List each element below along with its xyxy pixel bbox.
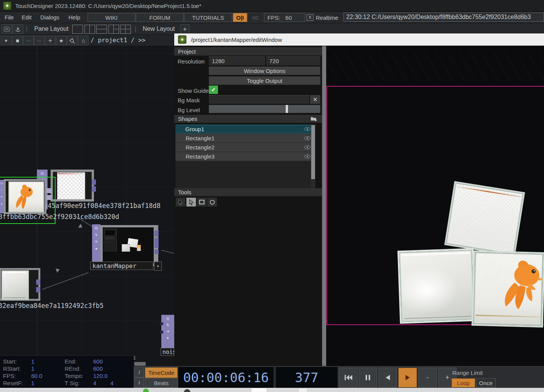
window-options-button[interactable]: Window Options	[209, 67, 320, 75]
visibility-eye-icon[interactable]	[304, 136, 311, 140]
search-network-button[interactable]	[67, 36, 78, 45]
lightning-flag-icon[interactable]: ↯	[166, 323, 169, 327]
node-output-connector[interactable]	[46, 188, 52, 193]
lightning-flag-icon[interactable]: ↯	[95, 233, 98, 237]
tutorials-button[interactable]: TUTORIALS	[184, 13, 232, 22]
resolution-width-field[interactable]: 1280	[209, 56, 265, 65]
node-output-connector[interactable]	[154, 238, 159, 248]
tools-section-header[interactable]: Tools	[174, 188, 325, 196]
frame-i-button[interactable]: I	[134, 378, 144, 388]
tool-edit-points-button[interactable]	[186, 197, 196, 207]
viewer-flag-icon[interactable]: ◎	[0, 181, 3, 185]
skip-to-start-button[interactable]	[339, 368, 358, 387]
node-output-connector[interactable]	[154, 230, 159, 236]
bg-level-slider[interactable]	[209, 105, 320, 113]
node-body[interactable]	[4, 179, 46, 214]
layout-two-columns-button[interactable]	[84, 25, 95, 34]
bypass-flag-icon[interactable]: ●	[1, 202, 2, 206]
timeline-scrubber-handle[interactable]	[134, 362, 146, 366]
play-reverse-button[interactable]	[379, 368, 397, 387]
layout-two-rows-button[interactable]	[96, 25, 107, 34]
fps-field[interactable]: FPS: 60	[264, 13, 305, 22]
add-shape-folder-button[interactable]	[310, 116, 318, 123]
node-label[interactable]: e45af90ee91f084ee378f21baf18d8	[44, 202, 161, 209]
node-output-connector[interactable]	[46, 195, 52, 200]
tool-freeform-button[interactable]	[207, 197, 217, 207]
menu-dialogs[interactable]: Dialogs	[40, 14, 59, 21]
viewer-flag-icon[interactable]: ◎	[166, 317, 170, 321]
tsig-value2[interactable]: 4	[110, 380, 113, 386]
node-add-button[interactable]: ✦	[154, 262, 162, 271]
add-pane-button[interactable]: +	[45, 36, 56, 45]
rstart-value[interactable]: 1	[31, 365, 34, 372]
back-button[interactable]: ⇦	[23, 36, 34, 45]
node-name-field[interactable]: nois	[161, 348, 174, 356]
menu-file[interactable]: File	[5, 14, 14, 21]
show-guide-checkbox[interactable]: ✓	[209, 86, 218, 94]
bg-mask-field[interactable]	[209, 95, 309, 104]
stop-button[interactable]: ■	[12, 36, 23, 45]
speed-down-button[interactable]: -	[418, 368, 437, 387]
toggle-output-button[interactable]: Toggle Output	[209, 76, 320, 85]
node-input-connector[interactable]	[160, 331, 163, 333]
arrow-flag-icon[interactable]: ➜	[166, 330, 169, 333]
node-flagstrip[interactable]: ◎ ↯ ➜ ●	[161, 315, 174, 350]
shape-row-rectangle1[interactable]: Rectangle1	[175, 134, 315, 143]
beats-mode-button[interactable]: Beats	[145, 378, 178, 388]
realtime-checkbox[interactable]: X	[307, 14, 313, 21]
layout-grid-button[interactable]	[120, 25, 131, 34]
menu-edit[interactable]: Edit	[22, 14, 32, 21]
new-layout-add-button[interactable]: +	[180, 24, 189, 34]
visibility-eye-icon[interactable]	[304, 127, 311, 131]
slider-handle[interactable]	[286, 105, 288, 113]
tool-rectangle-button[interactable]	[197, 197, 207, 207]
midi-oi-button[interactable]: O|I	[233, 13, 247, 22]
collapse-pane-button[interactable]	[2, 24, 12, 34]
resolution-height-field[interactable]: 720	[266, 56, 320, 65]
play-forward-button[interactable]	[398, 368, 417, 387]
node-output-connector[interactable]	[36, 279, 40, 285]
tsig-value[interactable]: 4	[93, 380, 96, 386]
node-flagstrip[interactable]: ◎ ✓ ➜ ●	[0, 180, 4, 213]
project-section-header[interactable]: Project	[174, 47, 325, 56]
once-button[interactable]: Once	[476, 378, 496, 387]
node-kantan-mapper[interactable]	[100, 225, 158, 266]
check-flag-icon[interactable]: ✓	[0, 188, 3, 192]
panel-scrollbar-thumb[interactable]	[322, 46, 326, 366]
tool-select-button[interactable]	[175, 197, 186, 207]
bypass-flag-icon[interactable]: ●	[95, 247, 97, 251]
forum-button[interactable]: FORUM	[136, 13, 184, 22]
resetf-value[interactable]: 1	[31, 380, 34, 386]
status-path-field[interactable]: 22:30:12 C:/Users/qyw20/Desktop/f8ffbb63…	[344, 13, 544, 22]
import-layout-button[interactable]	[13, 24, 23, 34]
viewer-flag-icon[interactable]: ◎	[41, 171, 44, 175]
arrow-flag-icon[interactable]: ➜	[0, 195, 3, 199]
node-flagstrip[interactable]: ◎ ↯ ✕ ●	[92, 224, 100, 267]
fps-value[interactable]: 60.0	[31, 373, 42, 379]
x-flag-icon[interactable]: ✕	[95, 240, 98, 244]
forward-button[interactable]: ⇨	[34, 36, 45, 45]
shape-row-rectangle3[interactable]: Rectangle3	[175, 152, 315, 161]
bypass-flag-icon[interactable]: ●	[167, 336, 169, 340]
output-canvas[interactable]	[326, 46, 544, 367]
network-editor[interactable]: ◎ ✓ e45af90ee91f084ee378f21baf18d8 ◎ ✓ ➜…	[0, 46, 174, 367]
tempo-value[interactable]: 120.0	[93, 373, 108, 379]
edit-window-titlebar[interactable]: /project1/kantanMapper/editWindow	[174, 33, 544, 46]
node-output-connector[interactable]	[92, 179, 96, 185]
visibility-eye-icon[interactable]	[304, 145, 311, 149]
menu-help[interactable]: Help	[68, 14, 80, 21]
layout-left-right-split-button[interactable]	[108, 25, 119, 34]
rend-value[interactable]: 600	[93, 365, 103, 372]
node-label[interactable]: 8ffbb63dbc755e2f92031ce8d6b320d	[0, 213, 119, 221]
bg-mask-clear-button[interactable]: ✕	[310, 95, 320, 104]
start-value[interactable]: 1	[31, 358, 34, 365]
node-input-connector[interactable]	[160, 322, 163, 325]
node-top-image[interactable]	[51, 170, 94, 202]
shape-row-group1[interactable]: Group1	[175, 125, 315, 133]
breadcrumb[interactable]: / project1 / >>	[91, 37, 146, 44]
node-output-connector[interactable]	[36, 287, 40, 292]
pause-button[interactable]	[359, 368, 377, 387]
node-output-connector[interactable]	[154, 249, 159, 254]
layout-single-button[interactable]	[72, 25, 83, 34]
scrollbar-thumb[interactable]	[311, 125, 315, 179]
